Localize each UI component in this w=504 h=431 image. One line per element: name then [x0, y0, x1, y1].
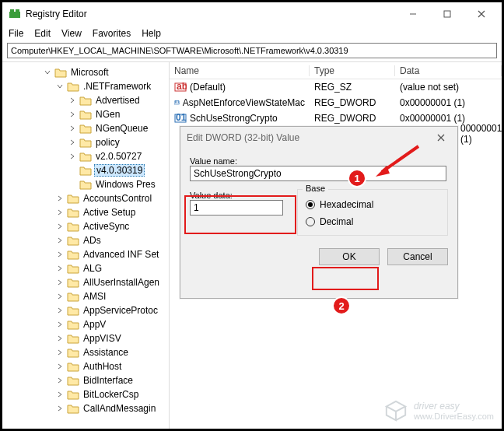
twisty-icon[interactable] — [55, 377, 65, 384]
tree-label: Advertised — [94, 95, 142, 106]
folder-icon — [79, 165, 92, 176]
twisty-icon[interactable] — [43, 69, 52, 75]
list-cell-data: 0x00000001 (1) — [395, 113, 502, 124]
list-cell-data: 0x00000001 (1) — [395, 97, 502, 108]
list-cell-type: REG_DWORD — [310, 97, 395, 108]
regedit-icon — [9, 8, 21, 20]
tree-item[interactable]: NGen — [2, 107, 169, 121]
twisty-icon[interactable] — [55, 251, 65, 258]
twisty-icon[interactable] — [55, 307, 65, 314]
menu-help[interactable]: Help — [142, 28, 161, 39]
tree-label: v2.0.50727 — [94, 151, 143, 162]
tree-item[interactable]: Advanced INF Set — [2, 247, 169, 261]
twisty-icon[interactable] — [55, 335, 65, 342]
folder-icon — [67, 221, 79, 232]
tree-item[interactable]: NGenQueue — [2, 121, 169, 135]
svg-text:011: 011 — [175, 100, 180, 104]
close-button[interactable] — [464, 2, 499, 26]
menu-view[interactable]: View — [61, 28, 82, 39]
radio-hexadecimal[interactable]: Hexadecimal — [306, 198, 439, 212]
minimize-button[interactable] — [396, 2, 430, 26]
tree-item[interactable]: CallAndMessagin — [2, 401, 169, 415]
folder-icon — [67, 375, 79, 386]
tree-item[interactable]: BidInterface — [2, 373, 169, 387]
col-name[interactable]: Name — [170, 65, 310, 76]
tree-item[interactable]: Windows Pres — [2, 177, 169, 191]
twisty-icon[interactable] — [55, 223, 65, 230]
twisty-icon[interactable] — [68, 97, 77, 103]
twisty-icon[interactable] — [68, 125, 77, 131]
tree-item[interactable]: ALG — [2, 261, 169, 275]
twisty-icon[interactable] — [68, 153, 77, 159]
twisty-icon[interactable] — [55, 237, 65, 244]
value-data-input[interactable] — [190, 200, 283, 216]
reg-dword-icon: 011 — [174, 96, 180, 109]
list-row[interactable]: ab(Default)REG_SZ(value not set) — [170, 79, 502, 95]
tree-label: ALG — [82, 263, 103, 274]
col-type[interactable]: Type — [310, 65, 395, 76]
cancel-button[interactable]: Cancel — [387, 248, 448, 265]
twisty-icon[interactable] — [55, 349, 65, 356]
menu-edit[interactable]: Edit — [34, 28, 51, 39]
tree-item[interactable]: policy — [2, 135, 169, 149]
tree-pane[interactable]: Microsoft.NETFrameworkAdvertisedNGenNGen… — [2, 62, 170, 429]
folder-icon — [67, 403, 79, 414]
twisty-icon[interactable] — [55, 265, 65, 272]
radio-decimal[interactable]: Decimal — [306, 215, 439, 229]
menu-file[interactable]: File — [9, 28, 23, 39]
tree-item[interactable]: AMSI — [2, 289, 169, 303]
dialog-close-button[interactable] — [431, 127, 451, 149]
tree-label: Microsoft — [69, 67, 110, 78]
tree-item[interactable]: AppV — [2, 317, 169, 331]
twisty-icon[interactable] — [55, 279, 65, 286]
tree-item[interactable]: ActiveSync — [2, 219, 169, 233]
maximize-button[interactable] — [430, 2, 464, 26]
tree-item[interactable]: Active Setup — [2, 205, 169, 219]
tree-item[interactable]: AppServiceProtoc — [2, 303, 169, 317]
tree-label: AppV — [82, 319, 107, 330]
tree-label: Assistance — [82, 347, 130, 358]
tree-item[interactable]: Advertised — [2, 93, 169, 107]
tree-item[interactable]: Assistance — [2, 345, 169, 359]
twisty-icon[interactable] — [68, 111, 77, 117]
twisty-icon[interactable] — [55, 363, 65, 370]
list-row[interactable]: 011AspNetEnforceViewStateMacREG_DWORD0x0… — [170, 95, 502, 110]
twisty-icon[interactable] — [55, 321, 65, 328]
tree-item[interactable]: AccountsControl — [2, 191, 169, 205]
tree-item[interactable]: AuthHost — [2, 359, 169, 373]
twisty-icon[interactable] — [55, 83, 65, 89]
twisty-icon[interactable] — [55, 405, 65, 412]
twisty-icon[interactable] — [68, 139, 77, 145]
address-bar[interactable]: Computer\HKEY_LOCAL_MACHINE\SOFTWARE\Mic… — [7, 43, 497, 58]
twisty-icon[interactable] — [55, 209, 65, 216]
tree-label: CallAndMessagin — [82, 403, 157, 414]
tree-item[interactable]: .NETFramework — [2, 79, 169, 93]
folder-icon — [67, 263, 79, 274]
tree-item[interactable]: v2.0.50727 — [2, 149, 169, 163]
folder-icon — [79, 137, 92, 148]
folder-icon — [67, 319, 79, 330]
menu-favorites[interactable]: Favorites — [93, 28, 131, 39]
list-cell-data: 00000001 (1) — [456, 123, 502, 145]
tree-item[interactable]: Microsoft — [2, 65, 169, 79]
list-row[interactable]: 011SchUseStrongCryptoREG_DWORD0x00000001… — [170, 110, 502, 126]
col-data[interactable]: Data — [395, 65, 502, 76]
tree-item[interactable]: ADs — [2, 233, 169, 247]
tree-label: Advanced INF Set — [82, 249, 160, 260]
tree-item[interactable]: v4.0.30319 — [2, 163, 169, 177]
ok-button[interactable]: OK — [319, 248, 380, 265]
tree-label: AllUserInstallAgen — [82, 277, 161, 288]
twisty-icon[interactable] — [55, 293, 65, 300]
folder-icon — [67, 193, 79, 204]
tree-label: ActiveSync — [82, 221, 131, 232]
value-name-input[interactable] — [190, 166, 446, 181]
twisty-icon[interactable] — [55, 195, 65, 201]
tree-item[interactable]: AllUserInstallAgen — [2, 275, 169, 289]
folder-icon — [67, 389, 79, 400]
twisty-icon[interactable] — [55, 391, 65, 398]
reg-dword-icon: 011 — [174, 112, 187, 124]
tree-item[interactable]: BitLockerCsp — [2, 387, 169, 401]
tree-item[interactable]: AppVISV — [2, 331, 169, 345]
svg-rect-1 — [10, 9, 14, 13]
tree-label: NGen — [94, 109, 121, 120]
